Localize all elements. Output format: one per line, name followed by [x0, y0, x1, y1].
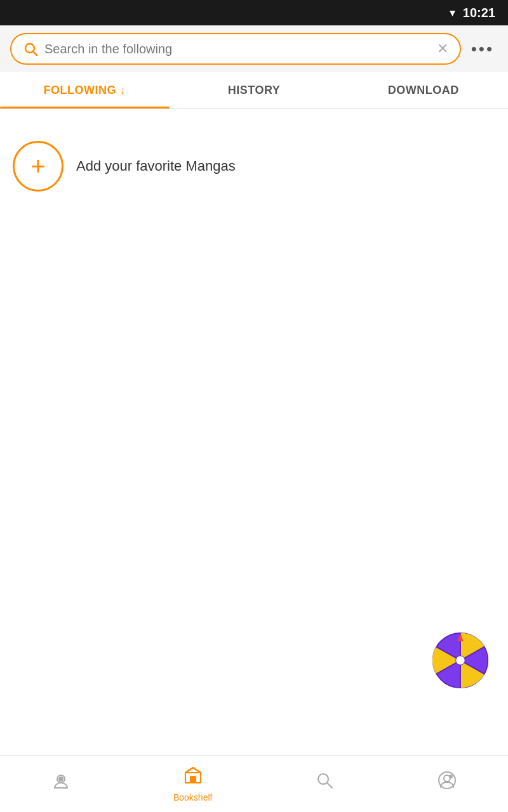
time-display: 10:21	[463, 6, 495, 20]
search-container: ✕ •••	[0, 25, 508, 72]
svg-rect-13	[190, 776, 196, 783]
tab-following[interactable]: FOLLOWING ↓	[0, 72, 170, 108]
profile-icon	[437, 770, 457, 795]
search-nav-icon	[314, 770, 335, 795]
nav-item-profile[interactable]	[424, 764, 470, 804]
nav-item-discover[interactable]	[38, 764, 84, 804]
add-manga-row[interactable]: + Add your favorite Mangas	[13, 134, 495, 198]
tabs-bar: FOLLOWING ↓ HISTORY DOWNLOAD	[0, 72, 508, 109]
svg-point-12	[59, 777, 63, 781]
svg-point-18	[449, 775, 453, 778]
svg-point-9	[456, 656, 465, 665]
wifi-icon: ▾	[450, 6, 455, 20]
add-manga-label: Add your favorite Mangas	[76, 158, 236, 174]
status-bar: ▾ 10:21	[0, 0, 508, 25]
clear-icon[interactable]: ✕	[437, 41, 448, 57]
search-input[interactable]	[44, 42, 431, 56]
bottom-nav: Bookshelf	[0, 755, 508, 812]
nav-item-bookshelf[interactable]: Bookshelf	[161, 759, 225, 809]
spin-wheel-button[interactable]	[432, 632, 489, 689]
svg-line-15	[327, 783, 332, 788]
content-wrapper: + Add your favorite Mangas	[0, 109, 508, 752]
tab-download[interactable]: DOWNLOAD	[338, 72, 508, 108]
svg-line-1	[34, 52, 37, 56]
more-options-button[interactable]: •••	[467, 39, 498, 59]
bookshelf-icon	[183, 765, 203, 790]
nav-label-bookshelf: Bookshelf	[173, 792, 212, 802]
tab-history[interactable]: HISTORY	[170, 72, 339, 108]
discover-icon	[51, 770, 71, 795]
add-manga-button[interactable]: +	[13, 141, 64, 192]
nav-item-search[interactable]	[302, 764, 347, 804]
search-icon	[23, 41, 38, 56]
search-box[interactable]: ✕	[10, 33, 461, 65]
